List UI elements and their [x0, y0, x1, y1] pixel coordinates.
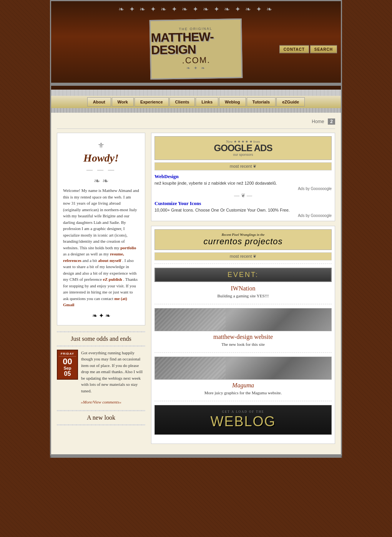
ad2-text: 10,000+ Great Icons. Choose One Or Custo…: [154, 208, 332, 212]
project2-thumbnail: [154, 308, 332, 331]
calendar-year: 05: [59, 370, 76, 377]
contact-button[interactable]: CONTACT: [279, 45, 309, 53]
ads-by-google-1: Ads by Goooooogle: [154, 187, 332, 191]
projects-most-recent: most recent ❦: [154, 252, 332, 260]
section-divider-bottom: [57, 345, 145, 347]
ad2-title[interactable]: Customize Your Icons: [154, 200, 332, 207]
nav-item-ezguide[interactable]: eZGuide: [276, 97, 305, 107]
howdy-title-text: Howdy!: [83, 152, 119, 164]
thumb-stripe-3: [155, 357, 226, 379]
header-logo-area: THE ORIGINAL MATTHEW-DESIGN .COM. ❧ ✦ ❧ …: [51, 15, 341, 83]
calendar-entry: FRIDAY 00 Sep 05 Got everything running …: [57, 350, 145, 394]
howdy-text: Welcome! My name is Matthew Almand and t…: [63, 187, 139, 308]
project2-title[interactable]: matthew-design website: [154, 334, 332, 340]
projects-header-title: currentos projectos: [158, 237, 328, 247]
projects-header-sub: Recent Pixel Wranglings in the: [158, 233, 328, 237]
most-recent-bar: most recent ❦: [154, 162, 332, 170]
decorative-swirl-top: ⚜: [63, 141, 139, 150]
weblog-section: Get a load of the WEBLOG: [154, 401, 332, 435]
breadcrumb: Home 2: [57, 118, 335, 129]
project1-title[interactable]: IWNation: [154, 285, 332, 292]
ad1-text: než koupíte jinde, vyberte si z nabídek …: [154, 181, 332, 185]
section-divider-top: [57, 331, 145, 332]
ad-header: New ★ ★ ★ ★ ★ from GOOGLE ADS our sponso…: [154, 136, 332, 160]
weblog-sub: Get a load of the: [159, 410, 327, 414]
nav-item-about[interactable]: About: [87, 97, 111, 107]
howdy-title: ⚜ Howdy! — — —: [63, 141, 139, 173]
ad-header-sub: our sponsors: [158, 153, 328, 157]
calendar-month: Sep: [59, 366, 76, 370]
event-button[interactable]: EVENT:: [154, 268, 332, 282]
right-column: New ★ ★ ★ ★ ★ from GOOGLE ADS our sponso…: [151, 133, 335, 449]
howdy-footer-ornament: ❧ ✦ ❧: [63, 312, 139, 319]
project-maguma: Maguma More juicy graphics for the Magum…: [154, 352, 332, 395]
project3-title[interactable]: Maguma: [154, 382, 332, 389]
intro-text-2: as a designer as well as my: [63, 252, 109, 256]
howdy-section: ⚜ Howdy! — — — ❧ ❧ Welcome! My name is M…: [57, 133, 145, 325]
ads-box: New ★ ★ ★ ★ ★ from GOOGLE ADS our sponso…: [151, 133, 335, 221]
projects-header: Recent Pixel Wranglings in the currentos…: [154, 229, 332, 250]
ruler-bar-bottom: [50, 108, 342, 113]
howdy-divider: — — —: [63, 166, 139, 173]
header-ornament-top: ❧ ✦ ❧ ✦ ❧ ✦ ❧ ✦ ❧ ✦ ❧ ✦ ❧ ✦ ❧: [51, 5, 341, 13]
search-button[interactable]: SEARCH: [310, 45, 337, 53]
nav-item-weblog[interactable]: Weblog: [219, 97, 246, 107]
calendar-badge: FRIDAY 00 Sep 05: [57, 350, 78, 380]
thumb-stripe: [155, 309, 226, 331]
intro-text-1: Welcome! My name is Matthew Almand and t…: [63, 188, 139, 250]
site-name-line1: MATTHEW-DESIGN: [151, 30, 241, 56]
ads-by-google-2: Ads by Goooooogle: [154, 213, 332, 218]
new-look-divider: [57, 410, 145, 411]
intro-text-3: and a bit: [83, 258, 97, 263]
ruler-bar-top: [50, 90, 342, 96]
left-column: ⚜ Howdy! — — — ❧ ❧ Welcome! My name is M…: [57, 133, 145, 449]
projects-box: Recent Pixel Wranglings in the currentos…: [151, 226, 335, 444]
nav-item-work[interactable]: Work: [112, 97, 134, 107]
project3-thumbnail: [154, 357, 332, 380]
howdy-ornament: ❧ ❧: [63, 176, 139, 185]
ad-header-main: GOOGLE ADS: [158, 143, 328, 153]
site-name-line2: .COM.: [182, 55, 211, 65]
logo-ornament: ❧ ✦ ❧: [186, 65, 206, 72]
nav-bar: About Work Experience Clients Links Webl…: [50, 96, 342, 108]
weblog-title: WEBLOG: [159, 414, 327, 430]
a-new-look-title: A new look: [57, 414, 145, 421]
breadcrumb-home[interactable]: Home: [312, 119, 324, 124]
main-content: Home 2 ⚜ Howdy! — — — ❧ ❧ Welcome! My na…: [50, 113, 342, 455]
project2-desc: The new look for this site: [154, 342, 332, 347]
calendar-day-name: FRIDAY: [59, 352, 76, 357]
portfolio-link[interactable]: portfolio: [120, 245, 136, 250]
ezpublish-link[interactable]: eZ publish: [103, 277, 122, 282]
nav-item-experience[interactable]: Experience: [135, 97, 169, 107]
project1-desc: Building a gaming site YES!!!: [154, 294, 332, 298]
odds-section: Just some odds and ends FRIDAY 00 Sep 05…: [57, 331, 145, 426]
project-iwn: EVENT: IWNation Building a gaming site Y…: [154, 263, 332, 298]
footer-bar: [50, 455, 342, 458]
nav-item-tutorials[interactable]: Tutorials: [247, 97, 276, 107]
nav-item-links[interactable]: Links: [196, 97, 218, 107]
nav-item-clients[interactable]: Clients: [169, 97, 195, 107]
odds-title: Just some odds and ends: [57, 335, 145, 342]
project-md: matthew-design website The new look for …: [154, 304, 332, 347]
new-look-divider2: [57, 424, 145, 425]
weblog-banner[interactable]: Get a load of the WEBLOG: [154, 405, 332, 435]
two-col-layout: ⚜ Howdy! — — — ❧ ❧ Welcome! My name is M…: [57, 133, 335, 449]
about-link[interactable]: about myself: [98, 258, 121, 263]
contact-search-area: CONTACT SEARCH: [279, 45, 337, 53]
ad1-title[interactable]: WebDesign: [154, 173, 332, 180]
header: ❧ ✦ ❧ ✦ ❧ ✦ ❧ ✦ ❧ ✦ ❧ ✦ ❧ ✦ ❧ THE ORIGIN…: [50, 0, 342, 90]
header-ornament-bottom: [51, 83, 341, 86]
calendar-day-num: 00: [59, 357, 76, 366]
entry-text: Got everything running happily though yo…: [81, 350, 145, 394]
more-comments-link[interactable]: »More/View comments«: [57, 400, 145, 404]
breadcrumb-page-number: 2: [328, 118, 335, 125]
ad-divider: — ❦ —: [154, 192, 332, 199]
project3-desc: More juicy graphics for the Maguma websi…: [154, 390, 332, 395]
header-logo: THE ORIGINAL MATTHEW-DESIGN .COM. ❧ ✦ ❧: [149, 18, 243, 80]
